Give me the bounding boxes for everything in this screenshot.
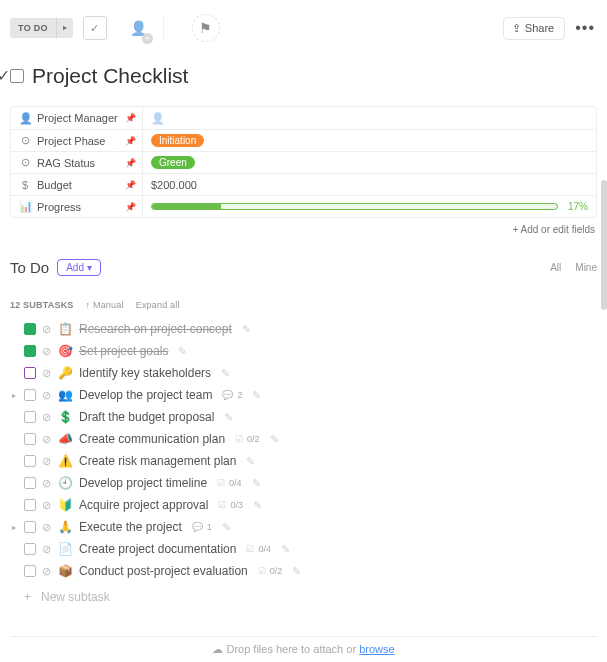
property-value[interactable]: $200.000 (151, 179, 197, 191)
task-name[interactable]: Create communication plan (79, 432, 225, 446)
hover-icon[interactable]: ✎ (242, 323, 251, 336)
expand-all-button[interactable]: Expand all (136, 300, 180, 310)
task-meta[interactable]: ☑0/3 (218, 500, 243, 510)
task-row[interactable]: ⊘📦Conduct post-project evaluation☑0/2✎ (6, 560, 601, 582)
task-row[interactable]: ⊘🔰Acquire project approval☑0/3✎ (6, 494, 601, 516)
link-icon[interactable]: ⊘ (42, 521, 51, 534)
progress-bar[interactable]: 17% (151, 201, 588, 212)
expand-toggle[interactable]: ▸ (10, 523, 18, 532)
new-subtask-input[interactable]: New subtask (0, 582, 607, 604)
task-checkbox[interactable] (24, 367, 36, 379)
pin-icon[interactable]: 📌 (125, 180, 136, 190)
link-icon[interactable]: ⊘ (42, 543, 51, 556)
property-label[interactable]: ⊙RAG Status📌 (11, 152, 143, 173)
task-meta[interactable]: ☑0/4 (217, 478, 242, 488)
task-name[interactable]: Create project documentation (79, 542, 236, 556)
add-edit-fields-button[interactable]: + Add or edit fields (12, 224, 595, 235)
task-checkbox[interactable] (24, 323, 36, 335)
assignees-button[interactable]: 👤 (125, 14, 153, 42)
task-name[interactable]: Develop the project team (79, 388, 212, 402)
task-checkbox[interactable] (24, 455, 36, 467)
task-row[interactable]: ⊘📣Create communication plan☑0/2✎ (6, 428, 601, 450)
hover-icon[interactable]: ✎ (253, 499, 262, 512)
pin-icon[interactable]: 📌 (125, 113, 136, 123)
task-checkbox[interactable] (24, 411, 36, 423)
link-icon[interactable]: ⊘ (42, 565, 51, 578)
priority-button[interactable]: ⚑ (192, 14, 220, 42)
property-label[interactable]: 📊Progress📌 (11, 196, 143, 217)
share-button[interactable]: ⇪ Share (503, 17, 565, 40)
sort-button[interactable]: ↑ Manual (86, 300, 124, 310)
user-icon[interactable]: 👤 (151, 112, 165, 125)
hover-icon[interactable]: ✎ (224, 411, 233, 424)
status-dropdown[interactable]: TO DO ▸ (10, 18, 73, 38)
more-menu-button[interactable]: ••• (575, 19, 595, 37)
hover-icon[interactable]: ✎ (292, 565, 301, 578)
property-label[interactable]: ⊙Project Phase📌 (11, 130, 143, 151)
task-name[interactable]: Conduct post-project evaluation (79, 564, 248, 578)
task-row[interactable]: ⊘📋Research on project concept✎ (6, 318, 601, 340)
task-row[interactable]: ⊘🎯Set project goals✎ (6, 340, 601, 362)
task-checkbox[interactable] (24, 345, 36, 357)
task-checkbox[interactable] (10, 69, 24, 83)
property-value-cell[interactable]: 17% (143, 196, 596, 217)
task-checkbox[interactable] (24, 521, 36, 533)
filter-all[interactable]: All (550, 262, 561, 273)
task-meta[interactable]: 💬1 (192, 522, 212, 532)
task-meta[interactable]: ☑0/2 (258, 566, 283, 576)
browse-link[interactable]: browse (359, 643, 394, 655)
task-checkbox[interactable] (24, 543, 36, 555)
task-name[interactable]: Acquire project approval (79, 498, 208, 512)
link-icon[interactable]: ⊘ (42, 477, 51, 490)
property-value-cell[interactable]: Green (143, 152, 596, 173)
complete-button[interactable]: ✓ (83, 16, 107, 40)
property-value-cell[interactable]: 👤 (143, 107, 596, 129)
task-checkbox[interactable] (24, 477, 36, 489)
task-name[interactable]: Research on project concept (79, 322, 232, 336)
task-name[interactable]: Execute the project (79, 520, 182, 534)
page-title[interactable]: Project Checklist (32, 64, 188, 88)
hover-icon[interactable]: ✎ (252, 477, 261, 490)
task-row[interactable]: ⊘🔑Identify key stakeholders✎ (6, 362, 601, 384)
task-meta[interactable]: 💬2 (222, 390, 242, 400)
task-row[interactable]: ⊘⚠️Create risk management plan✎ (6, 450, 601, 472)
tag-orange[interactable]: Initiation (151, 134, 204, 147)
link-icon[interactable]: ⊘ (42, 411, 51, 424)
task-name[interactable]: Create risk management plan (79, 454, 236, 468)
property-label[interactable]: $Budget📌 (11, 174, 143, 195)
link-icon[interactable]: ⊘ (42, 455, 51, 468)
property-value-cell[interactable]: Initiation (143, 130, 596, 151)
task-checkbox[interactable] (24, 433, 36, 445)
task-name[interactable]: Identify key stakeholders (79, 366, 211, 380)
hover-icon[interactable]: ✎ (221, 367, 230, 380)
expand-toggle[interactable]: ▸ (10, 391, 18, 400)
link-icon[interactable]: ⊘ (42, 323, 51, 336)
link-icon[interactable]: ⊘ (42, 389, 51, 402)
property-label[interactable]: 👤Project Manager📌 (11, 107, 143, 129)
drop-zone[interactable]: ☁ Drop files here to attach or browse (10, 636, 597, 656)
pin-icon[interactable]: 📌 (125, 202, 136, 212)
link-icon[interactable]: ⊘ (42, 499, 51, 512)
property-value-cell[interactable]: $200.000 (143, 174, 596, 195)
task-name[interactable]: Develop project timeline (79, 476, 207, 490)
link-icon[interactable]: ⊘ (42, 367, 51, 380)
hover-icon[interactable]: ✎ (252, 389, 261, 402)
task-row[interactable]: ▸⊘🙏Execute the project💬1✎ (6, 516, 601, 538)
hover-icon[interactable]: ✎ (246, 455, 255, 468)
pin-icon[interactable]: 📌 (125, 158, 136, 168)
task-checkbox[interactable] (24, 389, 36, 401)
scrollbar[interactable] (601, 180, 607, 310)
link-icon[interactable]: ⊘ (42, 345, 51, 358)
hover-icon[interactable]: ✎ (281, 543, 290, 556)
add-button[interactable]: Add ▾ (57, 259, 101, 276)
task-row[interactable]: ▸⊘👥Develop the project team💬2✎ (6, 384, 601, 406)
pin-icon[interactable]: 📌 (125, 136, 136, 146)
task-meta[interactable]: ☑0/2 (235, 434, 260, 444)
tag-green[interactable]: Green (151, 156, 195, 169)
task-checkbox[interactable] (24, 499, 36, 511)
hover-icon[interactable]: ✎ (270, 433, 279, 446)
filter-mine[interactable]: Mine (575, 262, 597, 273)
task-name[interactable]: Draft the budget proposal (79, 410, 214, 424)
hover-icon[interactable]: ✎ (178, 345, 187, 358)
task-row[interactable]: ⊘📄Create project documentation☑0/4✎ (6, 538, 601, 560)
